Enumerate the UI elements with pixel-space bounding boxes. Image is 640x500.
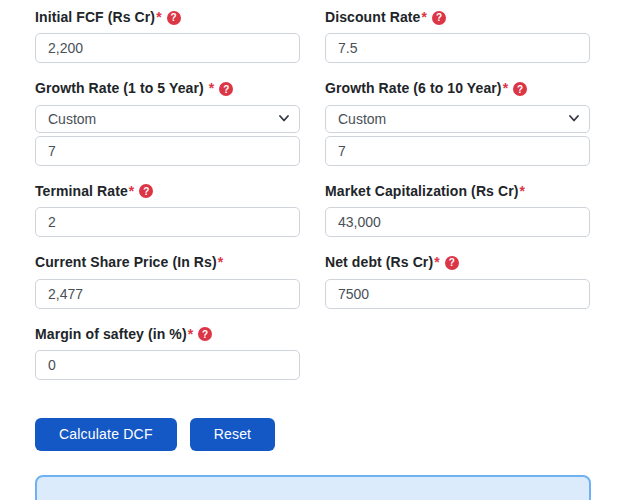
- help-icon[interactable]: ?: [198, 327, 212, 341]
- required-marker: *: [503, 81, 509, 96]
- empty-cell: [325, 327, 590, 398]
- market-cap-label-text: Market Capitalization (Rs Cr): [325, 184, 519, 199]
- net-debt-label-text: Net debt (Rs Cr): [325, 255, 433, 270]
- reset-button[interactable]: Reset: [190, 418, 276, 451]
- chevron-down-icon: [569, 115, 579, 122]
- help-icon[interactable]: ?: [167, 11, 181, 25]
- growth-rate-6-10-label: Growth Rate (6 to 10 Year)* ?: [325, 81, 590, 96]
- field-net-debt: Net debt (Rs Cr)* ?: [325, 255, 590, 308]
- field-margin-of-safety: Margin of saftey (in %)* ?: [35, 327, 300, 380]
- dcf-calculator-form: Initial FCF (Rs Cr)* ? Discount Rate* ? …: [0, 0, 640, 500]
- terminal-rate-label-text: Terminal Rate: [35, 184, 128, 199]
- market-cap-input[interactable]: [325, 207, 590, 237]
- initial-fcf-input[interactable]: [35, 33, 300, 63]
- field-terminal-rate: Terminal Rate* ?: [35, 184, 300, 237]
- growth-rate-1-5-input[interactable]: [35, 136, 300, 166]
- field-share-price: Current Share Price (In Rs)*: [35, 255, 300, 308]
- share-price-label: Current Share Price (In Rs)*: [35, 255, 300, 270]
- required-marker: *: [434, 255, 440, 270]
- field-market-cap: Market Capitalization (Rs Cr)*: [325, 184, 590, 237]
- required-marker: *: [129, 184, 135, 199]
- discount-rate-label: Discount Rate* ?: [325, 10, 590, 25]
- discount-rate-input[interactable]: [325, 33, 590, 63]
- help-icon[interactable]: ?: [219, 82, 233, 96]
- help-icon[interactable]: ?: [139, 184, 153, 198]
- button-row: Calculate DCF Reset: [35, 418, 640, 451]
- field-growth-rate-6-10: Growth Rate (6 to 10 Year)* ? Custom: [325, 81, 590, 165]
- help-icon[interactable]: ?: [432, 11, 446, 25]
- margin-of-safety-input[interactable]: [35, 350, 300, 380]
- help-icon[interactable]: ?: [513, 82, 527, 96]
- calculate-dcf-button[interactable]: Calculate DCF: [35, 418, 177, 451]
- chevron-down-icon: [279, 115, 289, 122]
- growth-rate-6-10-select-value: Custom: [338, 111, 386, 127]
- growth-rate-1-5-label: Growth Rate (1 to 5 Year)* ?: [35, 81, 300, 96]
- required-marker: *: [156, 10, 162, 25]
- required-marker: *: [520, 184, 526, 199]
- growth-rate-1-5-select-value: Custom: [48, 111, 96, 127]
- discount-rate-label-text: Discount Rate: [325, 10, 420, 25]
- growth-rate-1-5-select[interactable]: Custom: [35, 105, 300, 133]
- help-icon[interactable]: ?: [445, 256, 459, 270]
- growth-rate-1-5-label-text: Growth Rate (1 to 5 Year): [35, 81, 204, 96]
- required-marker: *: [188, 327, 194, 342]
- growth-rate-6-10-label-text: Growth Rate (6 to 10 Year): [325, 81, 502, 96]
- terminal-rate-input[interactable]: [35, 207, 300, 237]
- field-growth-rate-1-5: Growth Rate (1 to 5 Year)* ? Custom: [35, 81, 300, 165]
- margin-of-safety-label-text: Margin of saftey (in %): [35, 327, 187, 342]
- net-debt-input[interactable]: [325, 279, 590, 309]
- initial-fcf-label: Initial FCF (Rs Cr)* ?: [35, 10, 300, 25]
- initial-fcf-label-text: Initial FCF (Rs Cr): [35, 10, 155, 25]
- growth-rate-6-10-select[interactable]: Custom: [325, 105, 590, 133]
- required-marker: *: [218, 255, 224, 270]
- dcf-result-box: DCF value per share: ₹ 3,046.51 (3.05 Th…: [35, 475, 591, 500]
- required-marker: *: [421, 10, 427, 25]
- required-marker: *: [209, 81, 215, 96]
- market-cap-label: Market Capitalization (Rs Cr)*: [325, 184, 590, 199]
- terminal-rate-label: Terminal Rate* ?: [35, 184, 300, 199]
- growth-rate-6-10-input[interactable]: [325, 136, 590, 166]
- share-price-label-text: Current Share Price (In Rs): [35, 255, 217, 270]
- net-debt-label: Net debt (Rs Cr)* ?: [325, 255, 590, 270]
- field-initial-fcf: Initial FCF (Rs Cr)* ?: [35, 10, 300, 63]
- margin-of-safety-label: Margin of saftey (in %)* ?: [35, 327, 300, 342]
- form-grid: Initial FCF (Rs Cr)* ? Discount Rate* ? …: [35, 10, 640, 398]
- field-discount-rate: Discount Rate* ?: [325, 10, 590, 63]
- share-price-input[interactable]: [35, 279, 300, 309]
